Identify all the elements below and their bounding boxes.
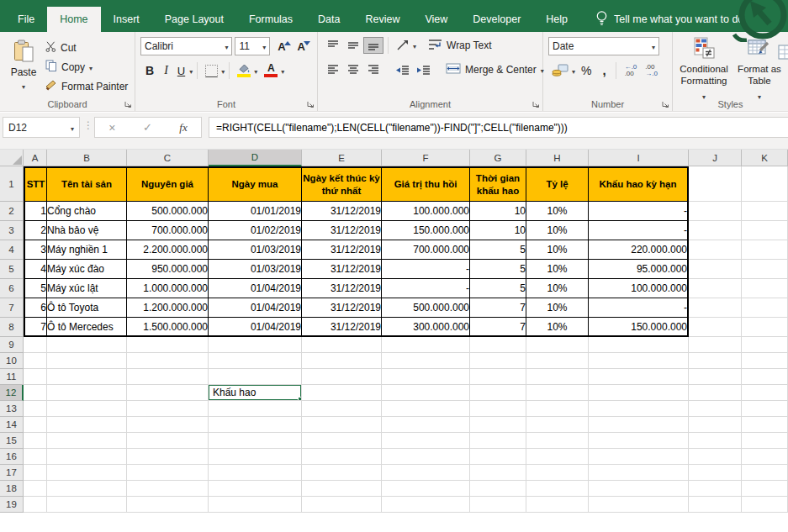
cell-I18[interactable]: [589, 481, 689, 497]
cell-G2[interactable]: 10: [470, 202, 526, 221]
decrease-decimal-button[interactable]: .00 →.0: [641, 63, 662, 78]
cell-H1[interactable]: Tỷ lệ: [526, 166, 589, 202]
cell-F12[interactable]: [382, 385, 470, 401]
cell-J16[interactable]: [689, 449, 742, 465]
format-painter-button[interactable]: Format Painter: [45, 76, 128, 96]
cell-F7[interactable]: 500.000.000: [382, 298, 470, 318]
cell-A5[interactable]: 4: [24, 260, 47, 279]
cell-B19[interactable]: [47, 497, 127, 513]
cell-C17[interactable]: [127, 465, 209, 481]
font-dialog-launcher[interactable]: [306, 99, 315, 108]
column-header-C[interactable]: C: [127, 150, 209, 166]
column-header-I[interactable]: I: [589, 150, 689, 166]
cell-B9[interactable]: [47, 337, 127, 353]
cell-F8[interactable]: 300.000.000: [382, 318, 470, 337]
cell-H16[interactable]: [526, 449, 589, 465]
copy-button[interactable]: Copy: [45, 57, 128, 76]
cell-A16[interactable]: [24, 449, 47, 465]
cell-F9[interactable]: [382, 337, 470, 353]
cell-F15[interactable]: [382, 433, 470, 449]
cell-A10[interactable]: [24, 353, 47, 369]
cell-J6[interactable]: [689, 279, 742, 298]
cell-K7[interactable]: [742, 298, 788, 318]
cell-G15[interactable]: [470, 433, 526, 449]
cell-B15[interactable]: [47, 433, 127, 449]
cell-I6[interactable]: 100.000.000: [589, 279, 689, 298]
cell-E13[interactable]: [302, 401, 382, 417]
cell-K16[interactable]: [742, 449, 788, 465]
cell-F14[interactable]: [382, 417, 470, 433]
underline-button[interactable]: U: [173, 64, 189, 78]
cell-C8[interactable]: 1.500.000.000: [127, 318, 209, 337]
cell-B16[interactable]: [47, 449, 127, 465]
format-as-table-button[interactable]: Format as Table: [732, 32, 787, 102]
cell-B12[interactable]: [47, 385, 127, 401]
row-header-1[interactable]: 1: [0, 166, 24, 202]
tab-view[interactable]: View: [412, 7, 460, 32]
font-color-dropdown-arrow[interactable]: [281, 65, 284, 76]
fill-handle[interactable]: [298, 397, 302, 401]
cell-J1[interactable]: [689, 166, 742, 202]
cell-I10[interactable]: [589, 353, 689, 369]
cell-I3[interactable]: -: [589, 221, 689, 240]
cell-D16[interactable]: [209, 449, 302, 465]
row-header-2[interactable]: 2: [0, 202, 24, 221]
cell-D4[interactable]: 01/03/2019: [209, 240, 302, 260]
cell-I15[interactable]: [589, 433, 689, 449]
cell-F1[interactable]: Giá trị thu hồi: [382, 166, 470, 202]
cell-J17[interactable]: [689, 465, 742, 481]
row-header-16[interactable]: 16: [0, 449, 24, 465]
insert-function-button[interactable]: fx: [179, 121, 187, 134]
cell-H3[interactable]: 10%: [526, 221, 589, 240]
cell-G16[interactable]: [470, 449, 526, 465]
cell-G5[interactable]: 5: [470, 260, 526, 279]
cell-H8[interactable]: 10%: [526, 318, 589, 337]
orientation-button[interactable]: [393, 37, 413, 54]
cell-D5[interactable]: 01/03/2019: [209, 260, 302, 279]
column-header-K[interactable]: K: [742, 150, 788, 166]
increase-font-size-button[interactable]: A: [274, 38, 294, 55]
cell-B8[interactable]: Ô tô Mercedes: [47, 318, 127, 337]
cell-I13[interactable]: [589, 401, 689, 417]
comma-style-button[interactable]: ,: [597, 62, 611, 78]
row-header-10[interactable]: 10: [0, 353, 24, 369]
cell-B4[interactable]: Máy nghiền 1: [47, 240, 127, 260]
copy-dropdown-arrow[interactable]: [89, 61, 93, 73]
cell-J13[interactable]: [689, 401, 742, 417]
cell-E15[interactable]: [302, 433, 382, 449]
cell-J12[interactable]: [689, 385, 742, 401]
cell-I17[interactable]: [589, 465, 689, 481]
cell-J15[interactable]: [689, 433, 742, 449]
cell-J18[interactable]: [689, 481, 742, 497]
cell-A4[interactable]: 3: [24, 240, 47, 260]
cell-H5[interactable]: 10%: [526, 260, 589, 279]
cell-C10[interactable]: [127, 353, 209, 369]
tab-formulas[interactable]: Formulas: [236, 7, 305, 32]
name-box[interactable]: D12: [3, 117, 80, 138]
number-format-combo[interactable]: Date: [548, 37, 659, 55]
cell-D1[interactable]: Ngày mua: [209, 166, 302, 202]
row-header-5[interactable]: 5: [0, 260, 24, 279]
cell-J11[interactable]: [689, 369, 742, 385]
row-header-12[interactable]: 12: [0, 385, 24, 401]
row-header-7[interactable]: 7: [0, 298, 24, 318]
cell-D10[interactable]: [209, 353, 302, 369]
cell-K13[interactable]: [742, 401, 788, 417]
italic-button[interactable]: I: [159, 63, 173, 78]
cell-J9[interactable]: [689, 337, 742, 353]
merge-center-button[interactable]: Merge & Center: [446, 63, 544, 76]
conditional-formatting-button[interactable]: Conditional Formatting: [676, 32, 732, 102]
cell-G4[interactable]: 5: [470, 240, 526, 260]
cell-K11[interactable]: [742, 369, 788, 385]
cut-button[interactable]: Cut: [45, 38, 128, 57]
cell-B6[interactable]: Máy xúc lật: [47, 279, 127, 298]
decrease-indent-button[interactable]: [392, 62, 413, 78]
cell-F3[interactable]: 150.000.000: [382, 221, 470, 240]
cell-J7[interactable]: [689, 298, 742, 318]
cell-D9[interactable]: [209, 337, 302, 353]
cell-H7[interactable]: 10%: [526, 298, 589, 318]
row-header-19[interactable]: 19: [0, 497, 24, 513]
cell-H12[interactable]: [526, 385, 589, 401]
cell-C15[interactable]: [127, 433, 209, 449]
column-header-H[interactable]: H: [526, 150, 589, 166]
